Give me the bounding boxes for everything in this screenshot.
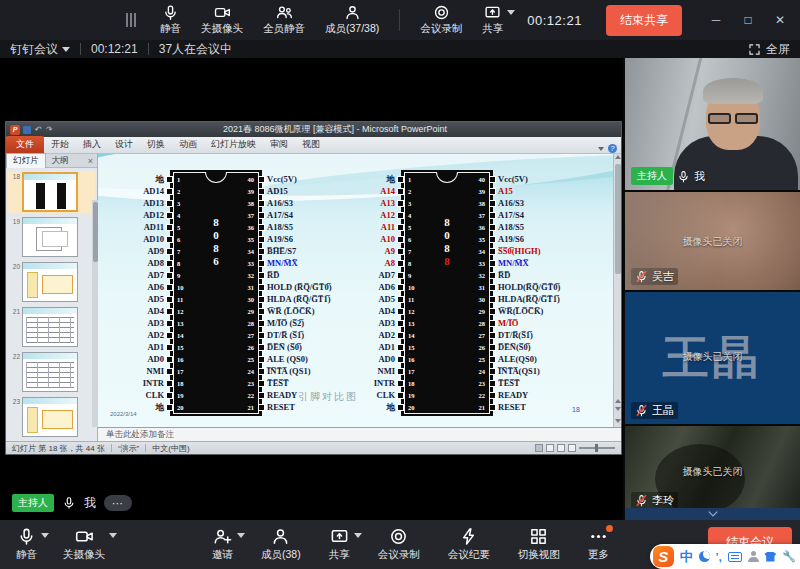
scroll-up-icon[interactable] [615, 155, 621, 161]
participant-name: 李玲 [652, 493, 674, 508]
dropdown-caret-icon[interactable] [354, 533, 362, 538]
pin-square [489, 356, 496, 363]
glasses-lens [735, 113, 758, 124]
bottombar-more-button[interactable]: 更多 [582, 525, 615, 564]
video-tile-王晶[interactable]: 王晶摄像头已关闭王晶 [625, 292, 800, 424]
topbar-camera-off-button[interactable]: 关摄像头 [193, 2, 251, 38]
video-tile-吴吉[interactable]: 摄像头已关闭吴吉 [625, 192, 800, 290]
collapse-tiles-button[interactable] [625, 508, 800, 520]
bottombar-switch-view-button[interactable]: 切换视图 [512, 525, 566, 564]
ribbon-tab-切换[interactable]: 切换 [140, 136, 172, 153]
bottombar-camera-off-button[interactable]: 关摄像头 [57, 525, 111, 564]
zoom-slider[interactable] [579, 447, 615, 449]
ribbon-tab-插入[interactable]: 插入 [76, 136, 108, 153]
slide-canvas[interactable]: 引脚对比图 2022/3/14 18 8086140地Vcc(5V)239AD1… [98, 154, 613, 427]
dropdown-caret-icon[interactable] [41, 533, 49, 538]
pin-label: A12 [331, 210, 395, 220]
fullscreen-button[interactable]: 全屏 [748, 41, 790, 58]
ribbon-collapse-icon[interactable] [598, 147, 604, 151]
pin-number: 27 [472, 332, 485, 339]
video-tile-李玲[interactable]: 摄像头已关闭李玲 [625, 426, 800, 514]
pin-square [166, 284, 173, 291]
topbar-members-button[interactable]: 成员(37/38) [317, 2, 387, 38]
bottombar-share-button[interactable]: 共享 [323, 525, 356, 564]
slide-scrollbar[interactable] [613, 154, 621, 427]
help-icon[interactable] [608, 144, 617, 153]
separator [80, 43, 81, 55]
video-tile-我[interactable]: 主持人我 [625, 58, 800, 190]
pin-number: 37 [241, 212, 254, 219]
slide-thumbnail-19[interactable]: 19 [8, 216, 95, 258]
toolbox-wrench-icon[interactable]: 🔧 [782, 551, 796, 562]
thumbnail-decoration [36, 183, 45, 209]
scroll-down-icon[interactable] [615, 419, 621, 425]
topbar-mute-button[interactable]: 静音 [152, 2, 189, 38]
ribbon-tab-幻灯片放映[interactable]: 幻灯片放映 [204, 136, 263, 153]
undo-icon[interactable] [34, 126, 42, 134]
view-sorter-button[interactable] [546, 444, 554, 452]
keyboard-icon[interactable] [728, 552, 742, 562]
topbar-share-button[interactable]: 共享 [474, 2, 511, 38]
ribbon-tab-视图[interactable]: 视图 [295, 136, 327, 153]
redo-icon[interactable] [45, 126, 53, 134]
maximize-button[interactable]: □ [736, 13, 760, 27]
bottombar-invite-button[interactable]: 邀请 [206, 525, 239, 564]
slide-thumbnail-20[interactable]: 20 [8, 261, 95, 303]
notes-pane[interactable]: 单击此处添加备注 [98, 427, 621, 441]
pin-square [258, 380, 265, 387]
view-slideshow-button[interactable] [568, 444, 576, 452]
slide-thumbnail-22[interactable]: 22 [8, 351, 95, 393]
close-button[interactable]: ✕ [768, 13, 792, 27]
more-options-button[interactable]: ⋯ [104, 495, 132, 511]
ime-language-toggle[interactable]: 中 [680, 548, 693, 566]
bottombar-minutes-button[interactable]: 会议纪要 [442, 525, 496, 564]
pin-number: 19 [177, 392, 190, 399]
pane-tab-幻灯片[interactable]: 幻灯片 [6, 153, 46, 168]
top-toolbar-buttons: 静音关摄像头全员静音成员(37/38)会议录制共享 [152, 2, 511, 38]
slide-thumbnail-23[interactable]: 23 [8, 396, 95, 438]
meeting-app-menu[interactable]: 钉钉会议 [10, 41, 70, 58]
ribbon-tab-开始[interactable]: 开始 [44, 136, 76, 153]
shared-screen-area: 2021春 8086微机原理 [兼容模式] - Microsoft PowerP… [0, 58, 623, 520]
ppt-title-bar[interactable]: 2021春 8086微机原理 [兼容模式] - Microsoft PowerP… [6, 122, 621, 137]
moon-mode-icon[interactable] [699, 551, 710, 562]
previous-slide-button[interactable] [615, 399, 621, 405]
view-normal-button[interactable] [535, 444, 543, 452]
dropdown-caret-icon[interactable] [109, 533, 117, 538]
slide-thumbnail-18[interactable]: 18 [8, 171, 95, 213]
dropdown-caret-icon[interactable] [237, 533, 245, 538]
pin-label: AD4 [100, 306, 164, 316]
zoom-slider-knob[interactable] [595, 444, 598, 452]
pane-close-icon[interactable]: × [88, 156, 97, 166]
end-share-button[interactable]: 结束共享 [606, 5, 682, 36]
ribbon-tab-审阅[interactable]: 审阅 [263, 136, 295, 153]
view-reading-button[interactable] [557, 444, 565, 452]
punctuation-icon[interactable]: ’, [716, 552, 722, 562]
pin-label: A19/S6 [498, 234, 524, 244]
pin-square [166, 224, 173, 231]
topbar-button-label: 全员静音 [263, 22, 305, 36]
save-icon[interactable] [23, 126, 31, 134]
bottombar-mute-button[interactable]: 静音 [10, 525, 43, 564]
slide-thumbnail-21[interactable]: 21 [8, 306, 95, 348]
topbar-mute-all-button[interactable]: 全员静音 [255, 2, 313, 38]
ribbon-tab-文件[interactable]: 文件 [6, 136, 44, 153]
dropdown-caret-icon[interactable] [507, 10, 515, 15]
bottombar-button-label: 邀请 [212, 548, 233, 562]
bottombar-record-button[interactable]: 会议录制 [372, 525, 426, 564]
account-icon[interactable] [748, 551, 759, 562]
pane-tab-大纲[interactable]: 大纲 [46, 154, 75, 168]
ribbon-tab-设计[interactable]: 设计 [108, 136, 140, 153]
pin-square [166, 188, 173, 195]
next-slide-button[interactable] [615, 407, 621, 413]
pin-number: 11 [408, 296, 421, 303]
ribbon-tab-动画[interactable]: 动画 [172, 136, 204, 153]
minimize-button[interactable]: ─ [704, 13, 728, 27]
scrollbar-thumb[interactable] [615, 164, 621, 274]
topbar-record-button[interactable]: 会议录制 [412, 2, 470, 38]
drag-handle-icon[interactable] [126, 13, 136, 27]
sogou-logo-icon[interactable]: S [653, 546, 674, 567]
skin-icon[interactable] [764, 552, 776, 562]
pin-square [489, 176, 496, 183]
bottombar-members-button[interactable]: 成员(38) [255, 525, 307, 564]
